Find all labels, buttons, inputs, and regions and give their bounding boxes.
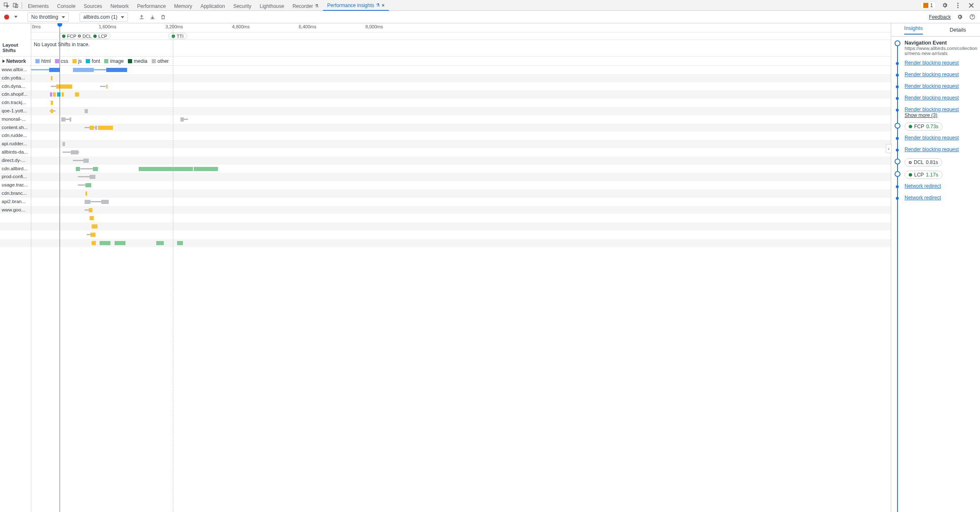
download-icon[interactable] bbox=[149, 13, 156, 21]
issues-badge[interactable]: 1 bbox=[920, 2, 936, 9]
insight-render-block[interactable]: Render blocking requestShow more (3) bbox=[893, 107, 978, 118]
timeline-chart[interactable]: 0ms 1,600ms 3,200ms 4,800ms 6,400ms 8,00… bbox=[31, 23, 891, 512]
show-more-link[interactable]: Show more (3) bbox=[905, 112, 938, 118]
insight-render-block[interactable]: Render blocking request bbox=[893, 95, 978, 102]
network-section-label[interactable]: Network bbox=[0, 57, 31, 66]
waterfall-row[interactable] bbox=[31, 206, 891, 214]
host-label[interactable]: cdn.rudde... bbox=[0, 132, 31, 140]
insight-network-redirect[interactable]: Network redirect bbox=[893, 183, 978, 191]
tab-insights[interactable]: Insights bbox=[891, 23, 936, 36]
insight-lcp[interactable]: LCP 1.17s bbox=[893, 171, 978, 179]
feedback-link[interactable]: Feedback bbox=[929, 14, 951, 20]
waterfall-row[interactable] bbox=[31, 124, 891, 132]
host-label[interactable] bbox=[0, 239, 31, 247]
tab-sources[interactable]: Sources bbox=[80, 2, 106, 11]
host-label[interactable]: api.rudder... bbox=[0, 140, 31, 148]
waterfall-row[interactable] bbox=[31, 173, 891, 181]
inspect-element-icon[interactable] bbox=[2, 1, 11, 10]
layout-shifts-label: Layout Shifts bbox=[0, 40, 31, 57]
host-label[interactable]: direct.dy-... bbox=[0, 157, 31, 165]
host-label[interactable] bbox=[0, 222, 31, 231]
host-label[interactable]: www.allbir... bbox=[0, 66, 31, 74]
waterfall-row[interactable] bbox=[31, 82, 891, 91]
panel-settings-icon[interactable] bbox=[956, 13, 963, 21]
record-button[interactable] bbox=[4, 15, 9, 20]
host-label[interactable]: prod-confi... bbox=[0, 173, 31, 181]
tab-security[interactable]: Security bbox=[229, 2, 255, 11]
waterfall-row[interactable] bbox=[31, 157, 891, 165]
waterfall-row[interactable] bbox=[31, 198, 891, 206]
host-label[interactable]: api2.bran... bbox=[0, 198, 31, 206]
network-waterfall[interactable] bbox=[31, 66, 891, 247]
host-label[interactable]: allbirds-da... bbox=[0, 148, 31, 157]
page-select[interactable]: allbirds.com (1) bbox=[80, 12, 128, 22]
tab-memory[interactable]: Memory bbox=[170, 2, 196, 11]
waterfall-row[interactable] bbox=[31, 189, 891, 198]
waterfall-row[interactable] bbox=[31, 231, 891, 239]
ruler-tick: 4,800ms bbox=[232, 24, 250, 29]
swatch-other bbox=[152, 59, 156, 63]
settings-gear-icon[interactable] bbox=[940, 1, 949, 10]
waterfall-row[interactable] bbox=[31, 132, 891, 140]
insight-navigation[interactable]: Navigation Event https://www.allbirds.co… bbox=[893, 40, 978, 56]
waterfall-row[interactable] bbox=[31, 140, 891, 148]
marker-fcp-dcl-lcp[interactable]: FCP DCL LCP bbox=[59, 33, 110, 39]
insight-render-block[interactable]: Render blocking request bbox=[893, 60, 978, 67]
host-label[interactable]: cdn.yotta... bbox=[0, 74, 31, 82]
host-label[interactable]: cdn.allbird... bbox=[0, 165, 31, 173]
close-devtools-icon[interactable] bbox=[967, 1, 976, 10]
waterfall-row[interactable] bbox=[31, 239, 891, 247]
marker-tti[interactable]: TTI bbox=[168, 33, 187, 39]
waterfall-row[interactable] bbox=[31, 74, 891, 82]
device-toggle-icon[interactable] bbox=[11, 1, 20, 10]
insight-render-block[interactable]: Render blocking request bbox=[893, 83, 978, 91]
host-label[interactable]: cdn.branc... bbox=[0, 189, 31, 198]
tab-elements[interactable]: Elements bbox=[24, 2, 53, 11]
host-label[interactable] bbox=[0, 231, 31, 239]
host-label[interactable]: www.goo... bbox=[0, 206, 31, 214]
insight-network-redirect[interactable]: Network redirect bbox=[893, 195, 978, 202]
waterfall-row[interactable] bbox=[31, 66, 891, 74]
record-menu-caret[interactable] bbox=[14, 16, 18, 18]
help-icon[interactable] bbox=[968, 13, 976, 21]
insight-render-block[interactable]: Render blocking request bbox=[893, 135, 978, 142]
waterfall-row[interactable] bbox=[31, 222, 891, 231]
waterfall-row[interactable] bbox=[31, 214, 891, 222]
tab-details[interactable]: Details bbox=[936, 23, 980, 36]
waterfall-row[interactable] bbox=[31, 115, 891, 124]
tab-network[interactable]: Network bbox=[106, 2, 133, 11]
tab-recorder[interactable]: Recorder⚗ bbox=[288, 2, 323, 11]
insights-toolbar: No throttling allbirds.com (1) Feedback bbox=[0, 11, 980, 23]
host-label[interactable] bbox=[0, 214, 31, 222]
tab-console[interactable]: Console bbox=[53, 2, 80, 11]
tab-application[interactable]: Application bbox=[196, 2, 229, 11]
insight-dcl[interactable]: DCL 0.81s bbox=[893, 158, 978, 167]
close-tab-icon[interactable]: × bbox=[382, 2, 385, 8]
insight-fcp[interactable]: FCP 0.73s bbox=[893, 122, 978, 131]
host-label[interactable]: cdn.dyna... bbox=[0, 82, 31, 91]
waterfall-row[interactable] bbox=[31, 181, 891, 189]
waterfall-row[interactable] bbox=[31, 148, 891, 157]
delete-icon[interactable] bbox=[160, 13, 167, 21]
kebab-menu-icon[interactable] bbox=[953, 1, 962, 10]
host-label[interactable]: monorail-... bbox=[0, 115, 31, 124]
insights-timeline[interactable]: Navigation Event https://www.allbirds.co… bbox=[891, 37, 980, 512]
insight-render-block[interactable]: Render blocking request bbox=[893, 72, 978, 79]
host-label[interactable]: cdn.trackj... bbox=[0, 99, 31, 107]
host-label[interactable]: cdn.shopif... bbox=[0, 90, 31, 99]
waterfall-row[interactable] bbox=[31, 99, 891, 107]
tab-performance-insights[interactable]: Performance insights⚗× bbox=[323, 1, 389, 11]
insight-render-block[interactable]: Render blocking request bbox=[893, 147, 978, 154]
host-label[interactable]: usage.trac... bbox=[0, 181, 31, 189]
throttling-select[interactable]: No throttling bbox=[28, 12, 69, 22]
host-label[interactable]: content.sh... bbox=[0, 124, 31, 132]
waterfall-row[interactable] bbox=[31, 165, 891, 173]
host-label[interactable]: qoe-1.yott... bbox=[0, 107, 31, 115]
time-ruler[interactable]: 0ms 1,600ms 3,200ms 4,800ms 6,400ms 8,00… bbox=[31, 23, 891, 32]
waterfall-row[interactable] bbox=[31, 90, 891, 99]
collapse-sidebar-handle[interactable]: › bbox=[886, 144, 892, 153]
upload-icon[interactable] bbox=[138, 13, 145, 21]
tab-lighthouse[interactable]: Lighthouse bbox=[255, 2, 288, 11]
waterfall-row[interactable] bbox=[31, 107, 891, 115]
tab-performance[interactable]: Performance bbox=[133, 2, 170, 11]
